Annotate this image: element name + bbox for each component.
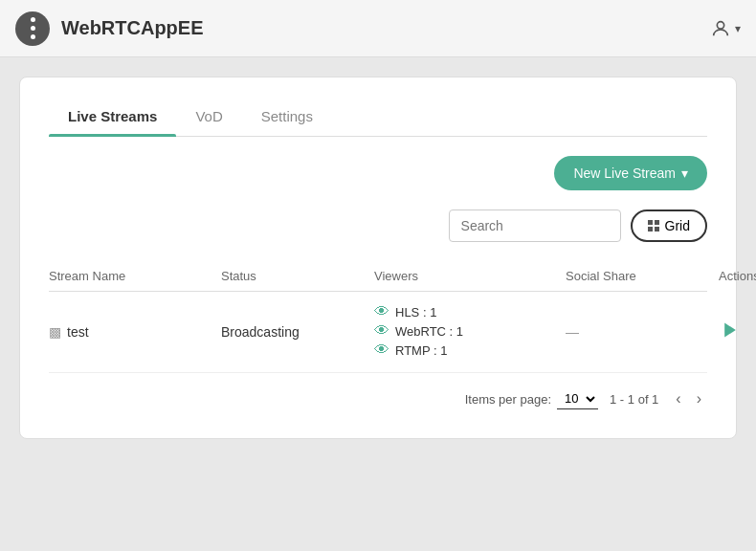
viewer-webrtc-label: WebRTC : 1 — [395, 324, 463, 339]
col-status: Status — [221, 269, 374, 283]
viewer-webrtc: 👁 WebRTC : 1 — [374, 322, 566, 340]
eye-icon-rtmp: 👁 — [374, 342, 389, 359]
play-icon — [721, 320, 740, 340]
main-content: Live Streams VoD Settings New Live Strea… — [0, 57, 756, 458]
play-button[interactable] — [719, 319, 742, 346]
toolbar: New Live Stream ▾ — [49, 156, 707, 190]
search-grid-row: Grid — [49, 209, 707, 242]
user-chevron-icon: ▾ — [735, 22, 741, 35]
status-cell: Broadcasting — [221, 324, 374, 340]
main-card: Live Streams VoD Settings New Live Strea… — [19, 77, 737, 439]
tab-settings[interactable]: Settings — [242, 97, 332, 136]
viewer-rtmp-label: RTMP : 1 — [395, 343, 447, 358]
new-live-stream-button[interactable]: New Live Stream ▾ — [554, 156, 707, 190]
table-row: ▩ test Broadcasting 👁 HLS : 1 👁 WebRTC :… — [49, 292, 707, 373]
grid-icon — [648, 220, 659, 231]
folder-icon: ▩ — [49, 324, 61, 340]
per-page-select[interactable]: 5 10 25 50 — [557, 388, 598, 409]
tab-vod[interactable]: VoD — [176, 97, 241, 136]
search-input[interactable] — [449, 209, 621, 242]
stream-name: test — [67, 324, 89, 340]
svg-point-0 — [717, 21, 723, 28]
svg-marker-1 — [724, 322, 736, 337]
items-per-page-label: Items per page: — [465, 392, 551, 407]
app-title: WebRTCAppEE — [61, 17, 204, 39]
actions-cell — [719, 319, 756, 346]
col-viewers: Viewers — [374, 269, 566, 283]
user-icon — [710, 18, 731, 39]
viewer-hls-label: HLS : 1 — [395, 305, 436, 320]
page-navigation: ‹ › — [670, 388, 707, 409]
eye-icon-hls: 👁 — [374, 303, 389, 320]
viewer-hls: 👁 HLS : 1 — [374, 303, 566, 320]
prev-page-button[interactable]: ‹ — [670, 388, 686, 409]
menu-icon[interactable] — [15, 11, 50, 46]
app-header: WebRTCAppEE ▾ — [0, 0, 756, 57]
eye-icon-webrtc: 👁 — [374, 322, 389, 340]
viewers-cell: 👁 HLS : 1 👁 WebRTC : 1 👁 RTMP : 1 — [374, 303, 566, 361]
page-info: 1 - 1 of 1 — [610, 392, 658, 407]
grid-button-label: Grid — [665, 218, 690, 233]
header-left: WebRTCAppEE — [15, 11, 204, 46]
social-share-cell: — — [566, 324, 719, 340]
grid-view-button[interactable]: Grid — [631, 209, 707, 242]
dropdown-arrow-icon: ▾ — [681, 165, 688, 181]
tabs-container: Live Streams VoD Settings — [49, 97, 707, 137]
tab-live-streams[interactable]: Live Streams — [49, 97, 176, 136]
new-stream-label: New Live Stream — [573, 165, 676, 181]
pagination: Items per page: 5 10 25 50 1 - 1 of 1 ‹ … — [49, 388, 707, 409]
next-page-button[interactable]: › — [691, 388, 707, 409]
items-per-page: Items per page: 5 10 25 50 — [465, 388, 598, 409]
col-social-share: Social Share — [566, 269, 719, 283]
user-menu[interactable]: ▾ — [710, 18, 741, 39]
col-actions: Actions — [719, 269, 756, 283]
stream-name-cell: ▩ test — [49, 324, 221, 340]
col-stream-name: Stream Name — [49, 269, 221, 283]
viewer-rtmp: 👁 RTMP : 1 — [374, 342, 566, 359]
table-header: Stream Name Status Viewers Social Share … — [49, 261, 707, 292]
